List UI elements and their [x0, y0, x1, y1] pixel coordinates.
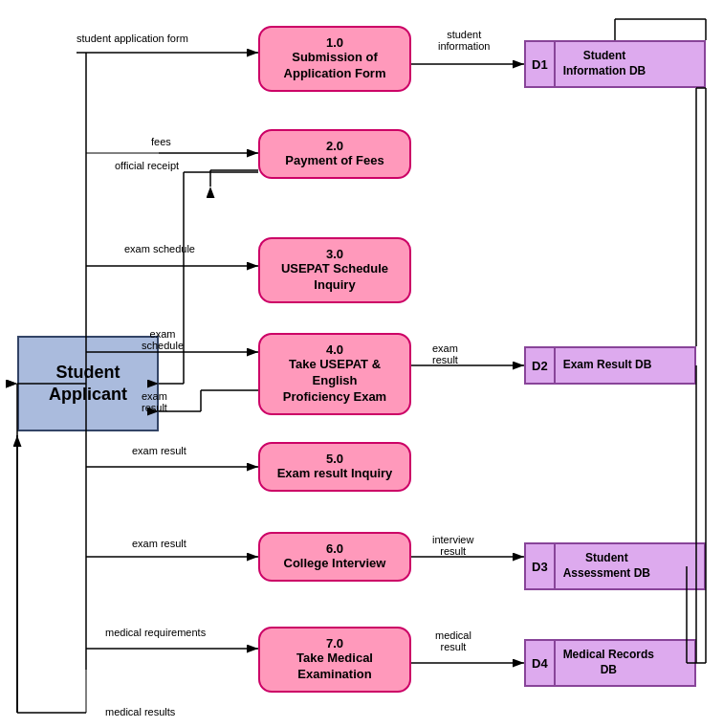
label-exam-result-5: exam result — [132, 445, 186, 456]
label-fees: fees — [151, 136, 171, 147]
ds3-name: StudentAssessment DB — [556, 547, 658, 585]
proc-5-num: 5.0 — [266, 452, 404, 466]
process-4: 4.0 Take USEPAT & EnglishProficiency Exa… — [258, 333, 411, 415]
process-1: 1.0 Submission ofApplication Form — [258, 26, 411, 92]
process-6: 6.0 College Interview — [258, 532, 411, 582]
proc-7-num: 7.0 — [266, 636, 404, 651]
ds3-id: D3 — [526, 544, 556, 588]
ds2-id: D2 — [526, 348, 556, 383]
student-applicant-box: Student Applicant — [17, 336, 159, 431]
datastore-d3: D3 StudentAssessment DB — [524, 542, 706, 590]
label-exam-schedule-3: exam schedule — [124, 243, 195, 254]
label-medical-results-bottom: medical results — [105, 706, 175, 717]
label-exam-result-back: examresult — [142, 390, 167, 413]
proc-4-num: 4.0 — [266, 342, 404, 357]
ds4-name: Medical RecordsDB — [556, 644, 662, 681]
label-official-receipt: official receipt — [115, 160, 179, 171]
datastore-d1: D1 StudentInformation DB — [524, 40, 706, 88]
label-interview-result: interviewresult — [432, 534, 473, 557]
student-applicant-label: Student Applicant — [27, 362, 149, 407]
datastore-d4: D4 Medical RecordsDB — [524, 639, 696, 687]
datastore-d2: D2 Exam Result DB — [524, 346, 696, 385]
proc-1-name: Submission ofApplication Form — [266, 50, 404, 82]
ds4-id: D4 — [526, 641, 556, 685]
process-2: 2.0 Payment of Fees — [258, 129, 411, 179]
proc-4-name: Take USEPAT & EnglishProficiency Exam — [266, 357, 404, 406]
label-student-info: studentinformation — [438, 29, 490, 52]
label-exam-schedule-4: examschedule — [142, 328, 184, 351]
diagram-container: Student Applicant 1.0 Submission ofAppli… — [0, 0, 723, 728]
proc-2-num: 2.0 — [266, 139, 404, 153]
proc-6-num: 6.0 — [266, 541, 404, 556]
proc-5-name: Exam result Inquiry — [266, 466, 404, 482]
proc-2-name: Payment of Fees — [266, 153, 404, 169]
label-medical-result: medicalresult — [435, 629, 471, 652]
label-student-app-form: student application form — [77, 33, 188, 44]
proc-1-num: 1.0 — [266, 35, 404, 50]
ds1-name: StudentInformation DB — [556, 45, 654, 82]
process-3: 3.0 USEPAT ScheduleInquiry — [258, 237, 411, 303]
label-medical-req: medical requirements — [105, 627, 206, 638]
label-exam-result-4out: examresult — [432, 342, 458, 365]
proc-3-name: USEPAT ScheduleInquiry — [266, 261, 404, 294]
label-exam-result-6: exam result — [132, 538, 186, 549]
proc-3-num: 3.0 — [266, 247, 404, 261]
process-7: 7.0 Take MedicalExamination — [258, 627, 411, 693]
ds2-name: Exam Result DB — [556, 354, 660, 377]
proc-6-name: College Interview — [266, 556, 404, 572]
process-5: 5.0 Exam result Inquiry — [258, 442, 411, 492]
proc-7-name: Take MedicalExamination — [266, 651, 404, 683]
ds1-id: D1 — [526, 42, 556, 86]
